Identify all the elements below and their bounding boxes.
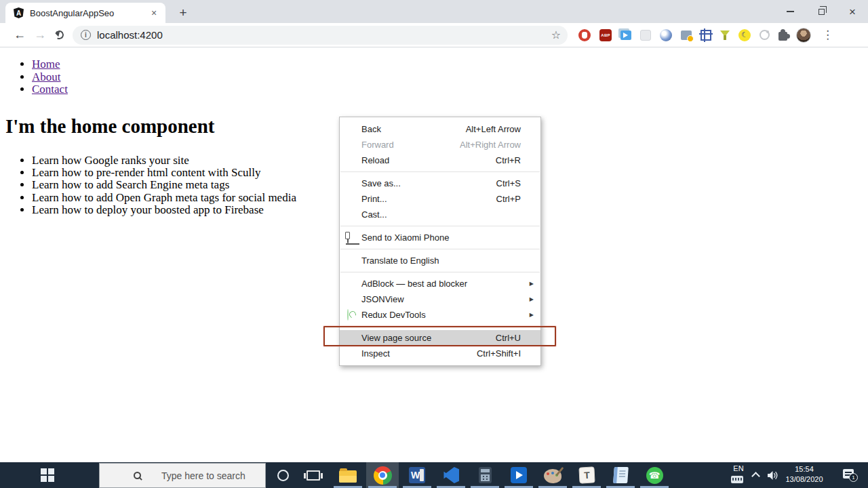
- restore-button[interactable]: [806, 0, 837, 23]
- minimize-icon: [787, 11, 794, 12]
- keyboard-icon[interactable]: [731, 476, 743, 483]
- menu-item-print[interactable]: Print... Ctrl+P: [340, 191, 540, 207]
- nav-link-home[interactable]: Home: [32, 58, 60, 70]
- submenu-arrow-icon: ▶: [530, 296, 534, 302]
- nav-item: Contact: [32, 83, 868, 96]
- menu-item-jsonview[interactable]: JSONView ▶: [340, 291, 540, 307]
- action-center-icon[interactable]: 1: [843, 469, 854, 479]
- extensions-puzzle-icon[interactable]: [778, 32, 787, 41]
- submenu-arrow-icon: ▶: [530, 281, 534, 287]
- menu-item-forward: Forward Alt+Right Arrow: [340, 137, 540, 152]
- redux-devtools-icon: [347, 309, 349, 321]
- menu-item-translate[interactable]: Translate to English: [340, 253, 540, 268]
- screen-capture-extension-icon[interactable]: [681, 30, 692, 40]
- close-button[interactable]: ×: [837, 0, 868, 23]
- send-tab-extension-icon[interactable]: [620, 30, 631, 40]
- address-bar[interactable]: i localhost:4200 ☆: [73, 26, 568, 45]
- cortana-icon: [277, 470, 289, 481]
- window-controls: ×: [774, 0, 868, 23]
- extensions-row: ABP ☾ ⋮: [578, 28, 833, 43]
- funnel-extension-icon[interactable]: [720, 30, 730, 41]
- taskbar-search-input[interactable]: Type here to search: [99, 463, 266, 488]
- taskbar-calculator-button[interactable]: [469, 462, 501, 488]
- browser-tab[interactable]: A BoostAngularAppSeo ×: [5, 3, 165, 23]
- search-icon: [134, 472, 141, 479]
- taskbar-word-button[interactable]: W: [401, 462, 433, 488]
- browser-menu-icon[interactable]: ⋮: [822, 28, 833, 42]
- jsonview-extension-icon[interactable]: [660, 29, 672, 41]
- taskbar-whatsapp-button[interactable]: ☎: [638, 462, 671, 488]
- context-menu: Back Alt+Left Arrow Forward Alt+Right Ar…: [339, 117, 541, 366]
- whatsapp-icon: ☎: [646, 467, 663, 484]
- search-placeholder: Type here to search: [161, 470, 245, 481]
- restore-icon: [818, 9, 825, 15]
- taskbar-share-app-button[interactable]: [502, 462, 535, 488]
- taskbar-file-explorer-button[interactable]: [332, 462, 364, 488]
- word-icon: W: [409, 467, 425, 483]
- menu-separator: [340, 326, 540, 327]
- menu-separator: [340, 272, 540, 272]
- taskbar: Type here to search W T ☎ EN 15:54 13/08…: [0, 462, 868, 488]
- menu-item-reload[interactable]: Reload Ctrl+R: [340, 152, 540, 168]
- adblock-extension-icon[interactable]: [578, 29, 591, 41]
- forward-button[interactable]: →: [30, 28, 50, 42]
- url-text[interactable]: localhost:4200: [97, 29, 551, 41]
- start-button[interactable]: [31, 462, 64, 488]
- taskbar-task-view-button[interactable]: [297, 462, 330, 488]
- close-icon: ×: [849, 6, 856, 18]
- task-view-icon: [307, 470, 320, 481]
- back-button[interactable]: ←: [9, 28, 30, 42]
- windows-logo-icon: [41, 468, 54, 482]
- chrome-icon: [374, 466, 392, 485]
- menu-item-inspect[interactable]: Inspect Ctrl+Shift+I: [340, 346, 540, 361]
- tab-close-icon[interactable]: ×: [148, 7, 160, 19]
- disabled-extension-icon[interactable]: [640, 30, 651, 41]
- menu-item-cast[interactable]: Cast...: [340, 207, 540, 222]
- bookmark-star-icon[interactable]: ☆: [551, 28, 561, 41]
- taskbar-notes-app-button[interactable]: [604, 462, 637, 488]
- notification-badge: 1: [849, 473, 858, 482]
- menu-item-adblock[interactable]: AdBlock — best ad blocker ▶: [340, 276, 540, 291]
- taskbar-typora-button[interactable]: T: [570, 462, 603, 488]
- palette-icon: [544, 469, 561, 483]
- language-indicator[interactable]: EN: [728, 464, 749, 472]
- menu-item-redux-devtools[interactable]: Redux DevTools ▶: [340, 307, 540, 323]
- reload-button[interactable]: [54, 30, 65, 41]
- angular-favicon-icon: A: [14, 7, 24, 18]
- menu-item-back[interactable]: Back Alt+Left Arrow: [340, 121, 540, 137]
- volume-icon[interactable]: [767, 470, 778, 483]
- menu-separator: [340, 171, 540, 172]
- dark-mode-extension-icon[interactable]: ☾: [738, 29, 751, 41]
- menu-separator: [340, 226, 540, 226]
- site-info-icon[interactable]: i: [81, 30, 91, 40]
- clock[interactable]: 15:54 13/08/2020: [778, 464, 830, 485]
- profile-avatar[interactable]: [796, 28, 811, 43]
- taskbar-paint-app-button[interactable]: [536, 462, 569, 488]
- browser-titlebar: A BoostAngularAppSeo × + ×: [0, 0, 868, 23]
- calculator-icon: [479, 467, 492, 483]
- cortana-button[interactable]: [274, 466, 292, 484]
- recorder-extension-icon[interactable]: [760, 30, 770, 40]
- share-app-icon: [511, 467, 527, 483]
- taskbar-vscode-button[interactable]: [435, 462, 467, 488]
- nav-item: Home: [32, 58, 868, 70]
- nav-link-contact[interactable]: Contact: [32, 83, 68, 96]
- tray-chevron-up-icon[interactable]: [751, 472, 760, 481]
- site-nav: Home About Contact: [0, 58, 868, 96]
- tab-title: BoostAngularAppSeo: [30, 8, 148, 18]
- tray-date: 13/08/2020: [778, 474, 830, 485]
- nav-link-about[interactable]: About: [32, 70, 61, 83]
- menu-item-save-as[interactable]: Save as... Ctrl+S: [340, 176, 540, 191]
- menu-separator: [340, 249, 540, 249]
- file-explorer-icon: [339, 470, 357, 483]
- taskbar-chrome-button[interactable]: [366, 462, 399, 488]
- send-to-device-icon: [347, 232, 349, 243]
- menu-item-send-to-phone[interactable]: Send to Xiaomi Phone: [340, 230, 540, 245]
- minimize-button[interactable]: [774, 0, 806, 23]
- page-ruler-extension-icon[interactable]: [701, 30, 711, 41]
- new-tab-button[interactable]: +: [174, 3, 193, 22]
- tray-time: 15:54: [778, 464, 830, 474]
- menu-item-view-page-source[interactable]: View page source Ctrl+U: [340, 330, 540, 346]
- adblock-plus-extension-icon[interactable]: ABP: [599, 29, 612, 41]
- nav-item: About: [32, 71, 868, 83]
